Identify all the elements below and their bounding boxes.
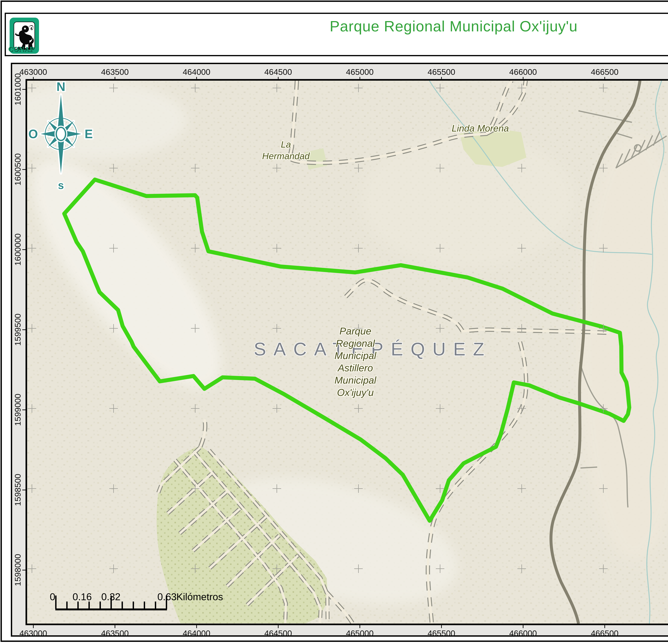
- axis-tick-mark: [22, 89, 26, 90]
- x-axis-tick-label: 463000: [16, 629, 51, 638]
- x-axis-tick-label: 465000: [343, 67, 377, 76]
- axis-tick-mark: [523, 77, 523, 80]
- x-axis-tick-label: 465500: [424, 67, 459, 76]
- x-axis-tick-label: 466000: [506, 67, 541, 76]
- axis-tick-mark: [22, 169, 26, 170]
- compass-w: O: [28, 127, 38, 141]
- axis-tick-mark: [196, 77, 197, 80]
- page-title: Parque Regional Municipal Ox'ijuy'u: [6, 18, 668, 35]
- compass-e: E: [85, 127, 93, 141]
- y-axis-tick-label: 1600000: [13, 230, 22, 270]
- axis-tick-mark: [115, 77, 115, 80]
- y-axis-tick-label: 1600500: [13, 150, 22, 189]
- axis-tick-mark: [441, 77, 442, 80]
- scale-tick-label: 0.16: [73, 591, 92, 602]
- x-axis-tick-label: 466500: [587, 629, 622, 638]
- axis-tick-mark: [22, 570, 26, 570]
- y-axis-tick-label: 1599000: [13, 390, 22, 430]
- y-axis-tick-label: 1599500: [13, 310, 22, 350]
- map-canvas: N s O E SACATEPÉQUEZ La Hermandad Linda …: [27, 81, 668, 624]
- compass-n: N: [57, 81, 65, 93]
- axis-tick-mark: [115, 625, 115, 628]
- map-frame: N s O E SACATEPÉQUEZ La Hermandad Linda …: [11, 63, 668, 637]
- axis-tick-mark: [278, 77, 278, 80]
- compass-s: s: [58, 179, 64, 191]
- y-axis-tick-label: 1601000: [13, 69, 22, 109]
- x-axis-tick-label: 466000: [506, 629, 541, 638]
- conap-logo-text: CONAP: [8, 46, 28, 53]
- axis-tick-mark: [22, 329, 26, 330]
- axis-tick-mark: [360, 625, 360, 628]
- axis-tick-mark: [22, 410, 26, 410]
- x-axis-tick-label: 464000: [179, 67, 214, 76]
- header: CONAP Parque Regional Municipal Ox'ijuy'…: [5, 13, 668, 56]
- axis-tick-mark: [33, 77, 34, 80]
- x-axis-tick-label: 464500: [261, 67, 295, 76]
- park-label: Regional: [336, 338, 375, 349]
- y-axis-tick-label: 1598500: [13, 470, 22, 510]
- y-axis-tick-label: 1598000: [13, 550, 22, 590]
- axis-tick-mark: [360, 77, 360, 80]
- map-viewport: N s O E SACATEPÉQUEZ La Hermandad Linda …: [26, 79, 668, 625]
- park-label: Municipal: [335, 350, 377, 361]
- park-label: Astillero: [337, 362, 373, 374]
- x-axis-tick-label: 464000: [179, 629, 214, 638]
- x-axis-tick-label: 466500: [587, 67, 622, 76]
- x-axis-tick-label: 464500: [261, 629, 295, 638]
- scale-tick-label: 0: [50, 591, 55, 602]
- park-label: Ox'ijuy'u: [337, 387, 374, 398]
- settlement-label: Hermandad: [262, 151, 310, 161]
- axis-tick-mark: [441, 625, 442, 628]
- x-axis-tick-label: 463500: [97, 67, 132, 76]
- axis-tick-mark: [604, 77, 605, 80]
- x-axis-tick-label: 463500: [97, 629, 132, 638]
- axis-tick-mark: [523, 625, 523, 628]
- axis-tick-mark: [22, 490, 26, 490]
- settlement-label: La: [281, 139, 291, 150]
- park-label: Parque: [339, 326, 371, 336]
- axis-tick-mark: [604, 625, 605, 628]
- park-label: Municipal: [335, 375, 377, 386]
- axis-tick-mark: [278, 625, 278, 628]
- axis-tick-mark: [33, 625, 34, 628]
- settlement-label: Linda Morena: [452, 123, 509, 133]
- x-axis-tick-label: 465000: [343, 629, 377, 638]
- axis-tick-mark: [196, 625, 197, 628]
- scale-unit-label: Kilómetros: [176, 591, 223, 602]
- axis-tick-mark: [22, 249, 26, 250]
- x-axis-tick-label: 465500: [424, 629, 459, 638]
